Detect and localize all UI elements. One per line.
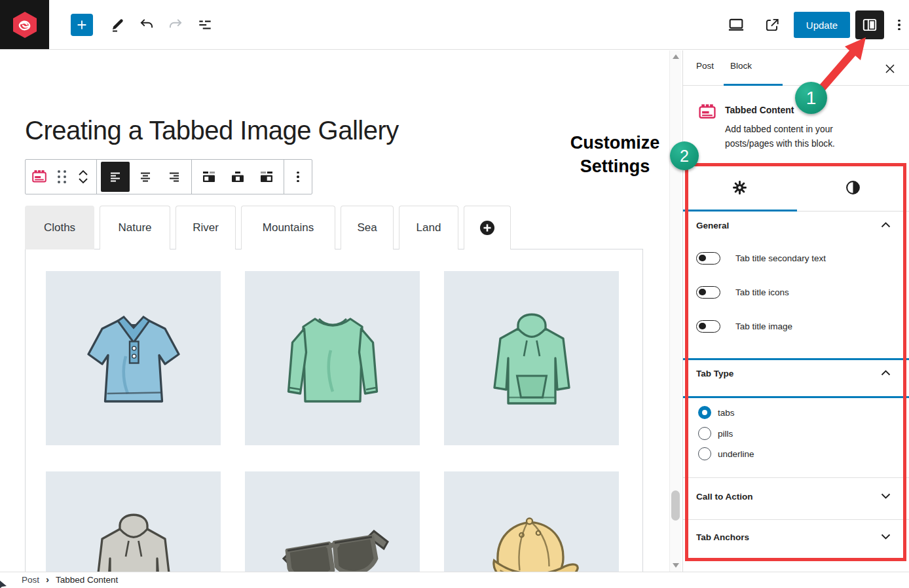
drag-handle[interactable] bbox=[50, 162, 73, 192]
tab-type-panel-title: Tab Type bbox=[696, 369, 733, 378]
more-options-icon bbox=[297, 172, 299, 183]
call-to-action-expand-button[interactable] bbox=[881, 493, 891, 499]
scrollbar-thumb[interactable] bbox=[671, 490, 680, 521]
call-to-action-panel-title: Call to Action bbox=[696, 492, 753, 502]
editor-top-bar: Update bbox=[0, 0, 909, 50]
list-view-icon bbox=[196, 16, 213, 33]
breadcrumb-tabbed-content[interactable]: Tabbed Content bbox=[56, 575, 118, 585]
align-left-icon bbox=[107, 169, 123, 185]
chevron-up-icon bbox=[881, 222, 891, 228]
view-post-button[interactable] bbox=[760, 14, 784, 36]
external-link-icon bbox=[764, 16, 781, 33]
gallery-tab-list: Cloths Nature River Mountains Sea Land bbox=[25, 206, 511, 249]
gallery-image-polo-shirt[interactable] bbox=[46, 271, 221, 445]
close-sidebar-button[interactable] bbox=[884, 62, 897, 75]
preview-button[interactable] bbox=[724, 14, 748, 36]
settings-sidebar-toggle-button[interactable] bbox=[855, 10, 884, 39]
gallery-image-hoodie-green[interactable] bbox=[444, 271, 619, 445]
add-block-button[interactable] bbox=[71, 14, 93, 36]
toggle-off-control[interactable] bbox=[696, 252, 720, 265]
site-logo[interactable] bbox=[0, 0, 49, 49]
toggle-tab-title-icons[interactable]: Tab title icons bbox=[696, 286, 789, 299]
toggle-tab-title-image[interactable]: Tab title image bbox=[696, 320, 792, 333]
close-icon bbox=[884, 63, 896, 75]
annotation-label-line2: Settings bbox=[562, 155, 668, 178]
toggle-off-control[interactable] bbox=[696, 320, 720, 333]
toggle-off-control[interactable] bbox=[696, 286, 720, 299]
radio-tabs[interactable]: tabs bbox=[698, 406, 735, 419]
editor-canvas: Creating a Tabbed Image Gallery bbox=[0, 50, 669, 572]
gallery-image-sunglasses[interactable] bbox=[245, 471, 420, 572]
tab-type-collapse-button[interactable] bbox=[881, 370, 891, 376]
block-toolbar-group-align bbox=[97, 160, 192, 194]
gallery-image-hoodie-gray[interactable] bbox=[46, 471, 221, 572]
drag-dots-icon bbox=[58, 170, 66, 183]
tab-settings-gear[interactable] bbox=[683, 163, 796, 211]
gallery-image-long-sleeve-shirt[interactable] bbox=[245, 271, 420, 445]
document-overview-button[interactable] bbox=[194, 14, 216, 36]
sidebar-header: Post Block bbox=[683, 50, 909, 86]
settings-sidebar: Post Block Tabbed Content Add tabbed con… bbox=[682, 50, 909, 572]
align-left-button[interactable] bbox=[101, 162, 130, 192]
scrollbar-down-arrow[interactable] bbox=[673, 563, 679, 568]
canvas-scrollbar[interactable] bbox=[669, 50, 681, 572]
scrollbar-up-arrow[interactable] bbox=[673, 54, 679, 59]
tab-river[interactable]: River bbox=[176, 206, 236, 249]
long-sleeve-shirt-illustration bbox=[274, 299, 392, 417]
align-right-icon bbox=[166, 169, 182, 185]
sidebar-tab-block[interactable]: Block bbox=[730, 61, 752, 71]
tab-nature[interactable]: Nature bbox=[100, 206, 170, 249]
options-menu-button[interactable] bbox=[889, 14, 909, 36]
tab-styles[interactable] bbox=[796, 163, 909, 211]
tab-type-bottom-divider bbox=[683, 396, 909, 398]
general-collapse-button[interactable] bbox=[881, 222, 891, 228]
cap-illustration bbox=[471, 500, 592, 572]
tabs-layout-left-button[interactable] bbox=[195, 162, 223, 192]
radio-pills[interactable]: pills bbox=[698, 427, 733, 440]
align-center-button[interactable] bbox=[131, 162, 160, 192]
radio-underline[interactable]: underline bbox=[698, 447, 754, 460]
radio-selected-control[interactable] bbox=[698, 406, 711, 419]
gallery-image-cap[interactable] bbox=[444, 471, 619, 572]
annotation-step-1-badge: 1 bbox=[795, 82, 827, 114]
breadcrumb-post[interactable]: Post bbox=[22, 575, 39, 585]
tab-mountains[interactable]: Mountains bbox=[241, 206, 335, 249]
align-right-button[interactable] bbox=[160, 162, 189, 192]
undo-button[interactable] bbox=[136, 14, 158, 36]
sidebar-tab-post[interactable]: Post bbox=[696, 61, 714, 71]
tabs-layout-right-icon bbox=[259, 170, 274, 184]
panel-divider bbox=[683, 477, 909, 478]
block-toolbar-group-block bbox=[26, 160, 97, 194]
tabs-layout-right-button[interactable] bbox=[252, 162, 281, 192]
block-toolbar-group-tab-layout bbox=[192, 160, 284, 194]
styles-half-circle-icon bbox=[845, 179, 861, 196]
tabbed-content-block-icon bbox=[31, 169, 47, 185]
site-logo-hexagon-icon bbox=[10, 10, 40, 40]
post-title[interactable]: Creating a Tabbed Image Gallery bbox=[25, 116, 399, 145]
update-button[interactable]: Update bbox=[794, 12, 850, 38]
plus-circle-icon bbox=[479, 220, 495, 236]
toggle-tab-title-secondary-text[interactable]: Tab title secondary text bbox=[696, 252, 826, 265]
add-tab-button[interactable] bbox=[464, 206, 511, 249]
undo-icon bbox=[138, 16, 155, 33]
tabs-layout-center-button[interactable] bbox=[223, 162, 252, 192]
tab-anchors-expand-button[interactable] bbox=[881, 534, 891, 540]
tab-cloths[interactable]: Cloths bbox=[25, 206, 94, 249]
block-type-button[interactable] bbox=[28, 162, 50, 192]
pencil-icon bbox=[109, 17, 125, 33]
preview-desktop-icon bbox=[727, 16, 745, 34]
redo-icon bbox=[167, 16, 184, 33]
radio-control[interactable] bbox=[698, 427, 711, 440]
block-card-title: Tabbed Content bbox=[725, 105, 794, 115]
polo-shirt-illustration bbox=[75, 299, 193, 417]
block-options-button[interactable] bbox=[287, 162, 309, 192]
tab-land[interactable]: Land bbox=[399, 206, 458, 249]
general-panel-title: General bbox=[696, 221, 729, 230]
tab-sea[interactable]: Sea bbox=[341, 206, 394, 249]
radio-control[interactable] bbox=[698, 447, 711, 460]
block-movers[interactable] bbox=[73, 162, 94, 192]
redo-button[interactable] bbox=[164, 14, 187, 36]
tools-button[interactable] bbox=[106, 14, 128, 36]
toggle-label: Tab title icons bbox=[735, 287, 789, 297]
mouse-cursor bbox=[0, 577, 9, 588]
